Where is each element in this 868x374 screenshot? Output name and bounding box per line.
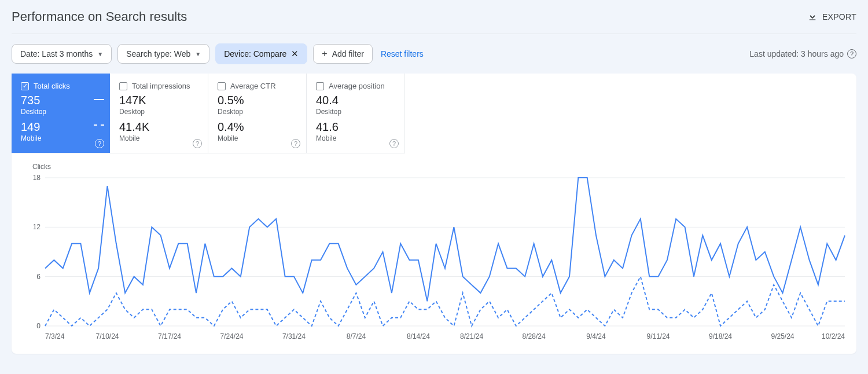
svg-text:8/21/24: 8/21/24 bbox=[460, 332, 483, 340]
metric-sub-desktop: Desktop bbox=[316, 108, 395, 116]
device-filter-label: Device: Compare bbox=[224, 49, 286, 58]
svg-text:6: 6 bbox=[36, 273, 41, 281]
metric-sub-desktop: Desktop bbox=[119, 108, 198, 116]
add-filter-label: Add filter bbox=[332, 49, 364, 58]
last-updated: Last updated: 3 hours ago ? bbox=[749, 49, 856, 58]
add-filter-chip[interactable]: + Add filter bbox=[313, 44, 373, 64]
checkbox-icon bbox=[218, 82, 226, 90]
date-filter-chip[interactable]: Date: Last 3 months ▼ bbox=[12, 44, 112, 64]
svg-text:7/3/24: 7/3/24 bbox=[45, 332, 65, 340]
metric-tab-total-impressions[interactable]: Total impressions 147K Desktop 41.4K Mob… bbox=[110, 74, 208, 153]
last-updated-text: Last updated: 3 hours ago bbox=[749, 49, 844, 58]
metric-value-desktop: 147K bbox=[119, 94, 198, 107]
svg-text:12: 12 bbox=[33, 223, 41, 231]
metric-tab-total-clicks[interactable]: Total clicks 735 Desktop 149 Mobile ? bbox=[12, 74, 110, 153]
chevron-down-icon: ▼ bbox=[195, 51, 201, 57]
svg-text:8/14/24: 8/14/24 bbox=[407, 332, 430, 340]
metric-value-mobile: 41.6 bbox=[316, 120, 395, 134]
metric-sub-desktop: Desktop bbox=[21, 108, 101, 116]
svg-text:7/31/24: 7/31/24 bbox=[282, 332, 306, 340]
line-style-dashed-icon bbox=[94, 124, 104, 126]
metric-value-mobile: 41.4K bbox=[119, 120, 198, 134]
export-label: EXPORT bbox=[822, 12, 856, 21]
metric-sub-mobile: Mobile bbox=[218, 134, 297, 142]
metric-tabs: Total clicks 735 Desktop 149 Mobile ? To… bbox=[12, 74, 856, 153]
svg-text:9/4/24: 9/4/24 bbox=[586, 332, 606, 340]
close-icon[interactable]: ✕ bbox=[291, 49, 299, 59]
metric-tab-average-ctr[interactable]: Average CTR 0.5% Desktop 0.4% Mobile ? bbox=[208, 74, 307, 153]
metric-value-desktop: 40.4 bbox=[316, 94, 395, 107]
metric-value-mobile: 149 bbox=[21, 120, 101, 134]
device-filter-chip[interactable]: Device: Compare ✕ bbox=[215, 43, 307, 64]
help-icon[interactable]: ? bbox=[291, 139, 300, 148]
metric-value-desktop: 735 bbox=[21, 94, 101, 107]
reset-filters-link[interactable]: Reset filters bbox=[381, 49, 424, 58]
search-type-label: Search type: Web bbox=[126, 49, 190, 58]
metric-sub-mobile: Mobile bbox=[21, 134, 101, 142]
checkbox-icon bbox=[119, 82, 127, 90]
metric-label: Average position bbox=[329, 82, 385, 90]
page-title: Performance on Search results bbox=[12, 9, 187, 24]
svg-text:10/2/24: 10/2/24 bbox=[822, 332, 845, 340]
export-button[interactable]: EXPORT bbox=[807, 12, 856, 22]
help-icon[interactable]: ? bbox=[193, 139, 202, 148]
help-icon[interactable]: ? bbox=[95, 139, 104, 148]
svg-text:8/28/24: 8/28/24 bbox=[523, 332, 546, 340]
metric-sub-desktop: Desktop bbox=[218, 108, 297, 116]
chevron-down-icon: ▼ bbox=[97, 51, 103, 57]
svg-text:9/25/24: 9/25/24 bbox=[771, 332, 794, 340]
date-filter-label: Date: Last 3 months bbox=[20, 49, 93, 58]
metric-tab-average-position[interactable]: Average position 40.4 Desktop 41.6 Mobil… bbox=[307, 74, 405, 153]
svg-text:9/18/24: 9/18/24 bbox=[709, 332, 732, 340]
svg-text:7/24/24: 7/24/24 bbox=[220, 332, 243, 340]
svg-text:0: 0 bbox=[36, 322, 41, 330]
metric-sub-mobile: Mobile bbox=[119, 134, 198, 142]
metric-sub-mobile: Mobile bbox=[316, 134, 395, 142]
download-icon bbox=[807, 12, 818, 22]
checkbox-icon bbox=[316, 82, 324, 90]
metric-label: Total impressions bbox=[132, 82, 190, 90]
plus-icon: + bbox=[322, 49, 327, 58]
metric-value-mobile: 0.4% bbox=[218, 120, 297, 134]
metric-value-desktop: 0.5% bbox=[218, 94, 297, 107]
checkbox-icon bbox=[21, 82, 29, 90]
svg-text:7/17/24: 7/17/24 bbox=[158, 332, 181, 340]
help-icon[interactable]: ? bbox=[847, 49, 856, 58]
svg-text:8/7/24: 8/7/24 bbox=[347, 332, 366, 340]
help-icon[interactable]: ? bbox=[389, 139, 399, 148]
svg-text:18: 18 bbox=[33, 174, 41, 182]
line-style-solid-icon bbox=[94, 99, 104, 100]
metric-label: Total clicks bbox=[34, 82, 70, 90]
clicks-chart: 0612187/3/247/10/247/17/247/24/247/31/24… bbox=[29, 174, 851, 342]
chart-y-label: Clicks bbox=[32, 163, 845, 171]
metric-label: Average CTR bbox=[230, 82, 276, 90]
search-type-filter-chip[interactable]: Search type: Web ▼ bbox=[117, 44, 209, 64]
svg-text:9/11/24: 9/11/24 bbox=[647, 332, 670, 340]
svg-text:7/10/24: 7/10/24 bbox=[95, 332, 119, 340]
